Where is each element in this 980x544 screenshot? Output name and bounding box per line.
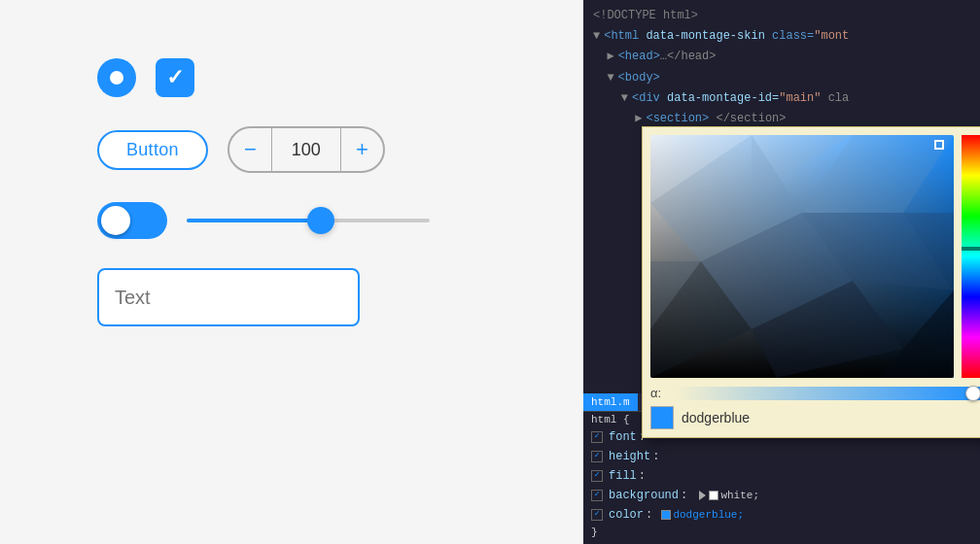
color-dot-white [709,491,718,500]
controls-row-2: Button − + [97,126,385,173]
devtools-tab-html[interactable]: html.m [583,393,638,411]
main-button[interactable]: Button [97,130,208,170]
code-editor: <!DOCTYPE html> ▼ <html data-montage-ski… [583,0,980,135]
color-picker-top [650,135,980,378]
alpha-label: α: [650,386,670,400]
code-text: <body> [618,69,660,87]
gradient-indicator [934,140,944,150]
stepper: − + [228,126,385,173]
code-text: "mont [814,27,849,46]
css-prop-fill: fill: [591,466,972,486]
checkbox-button[interactable]: ✓ [156,58,194,97]
stepper-increment-button[interactable]: + [340,128,383,171]
code-text: class= [765,27,814,46]
css-closing-brace: } [591,525,972,540]
code-line-5: ▼ <div data-montage-id= "main" cla [583,88,980,109]
toggle-knob [101,206,130,235]
text-input[interactable] [97,268,360,326]
color-name-label: dodgerblue [682,410,750,425]
code-text: data-montage-id= [660,89,779,108]
code-text [593,48,607,66]
checkmark-icon: ✓ [166,67,184,88]
code-text: …</head> [660,48,717,66]
code-text: <head> [618,48,660,66]
css-checkbox-font[interactable] [591,431,603,443]
alpha-row: α: [650,386,980,400]
controls-row-1: ✓ [97,58,194,97]
gradient-svg [650,135,954,378]
alpha-slider-track[interactable] [676,387,980,400]
css-prop-color: color: dodgerblue; [591,505,972,525]
svg-rect-13 [962,135,980,378]
code-text [593,69,607,87]
code-text: cla [821,89,849,108]
code-line-1: <!DOCTYPE html> [583,6,980,26]
controls-row-3 [97,202,430,239]
radio-button[interactable] [97,58,136,97]
color-name-row: dodgerblue [650,406,980,429]
css-properties: font: height: fill: background: white; c [583,427,980,544]
code-text: <div [632,89,660,108]
css-prop-background: background: white; [591,486,972,505]
arrow-icon: ▼ [621,89,628,108]
hue-bar[interactable] [962,135,980,378]
left-panel: ✓ Button − + [0,0,583,544]
controls-row-4 [97,268,360,326]
slider-container [187,202,430,239]
right-panel: <!DOCTYPE html> ▼ <html data-montage-ski… [583,0,980,544]
slider-track[interactable] [187,219,430,222]
slider-thumb[interactable] [307,207,334,234]
stepper-decrement-button[interactable]: − [229,128,272,171]
css-checkbox-background[interactable] [591,490,603,501]
arrow-icon: ▶ [607,48,613,66]
arrow-icon: ▼ [593,27,600,46]
stepper-input[interactable] [272,128,340,171]
slider-fill [187,219,321,222]
css-checkbox-height[interactable] [591,451,603,462]
alpha-slider-thumb[interactable] [965,386,980,401]
code-text [593,110,635,128]
code-line-3: ▶ <head> …</head> [583,47,980,67]
code-line-2: ▼ <html data-montage-skin class= "mont [583,26,980,47]
color-swatch [650,406,674,429]
arrow-icon: ▼ [607,69,613,87]
css-checkbox-fill[interactable] [591,470,603,482]
css-checkbox-color[interactable] [591,509,603,521]
radio-inner [110,71,123,85]
color-dot-blue [661,510,671,520]
color-gradient-area[interactable] [650,135,954,378]
code-text: <html [604,27,639,46]
code-text: data-montage-skin [639,27,765,46]
code-line-4: ▼ <body> [583,68,980,88]
css-prop-height: height: [591,447,972,466]
color-picker[interactable]: α: dodgerblue [642,126,980,438]
code-text: "main" [779,89,821,108]
triangle-icon [699,491,706,500]
hue-svg [962,135,980,378]
code-text: <!DOCTYPE html> [593,7,698,25]
code-text [593,89,621,108]
svg-rect-14 [962,247,980,251]
toggle-switch[interactable] [97,202,167,239]
